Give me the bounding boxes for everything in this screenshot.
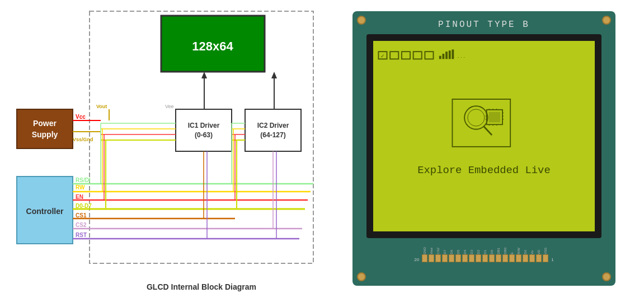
diagram-title: GLCD Internal Block Diagram xyxy=(90,282,313,291)
svg-text:Power: Power xyxy=(33,119,57,128)
svg-text:RS/DI: RS/DI xyxy=(76,177,91,183)
pin-label: E xyxy=(510,252,514,254)
svg-text:Vcc: Vcc xyxy=(76,114,86,120)
pin-label: GND xyxy=(423,247,426,254)
pin-connector xyxy=(502,254,508,262)
svg-rect-0 xyxy=(90,11,313,263)
pin-label: D5 xyxy=(457,250,460,254)
pin-item: D5 xyxy=(455,240,461,262)
svg-text:. . .: . . . xyxy=(458,53,465,59)
corner-screw-tl xyxy=(357,16,366,25)
svg-text:Supply: Supply xyxy=(32,130,58,139)
svg-rect-63 xyxy=(402,52,410,59)
pin-item: CS2 xyxy=(435,240,441,262)
pin-connector xyxy=(516,254,521,262)
svg-text:IC2 Driver: IC2 Driver xyxy=(257,122,289,129)
corner-screw-br xyxy=(602,272,611,281)
pin-label: D3 xyxy=(470,250,473,254)
svg-rect-67 xyxy=(443,54,445,59)
pin-connector xyxy=(462,254,468,262)
pin-label: DB0 xyxy=(504,248,507,254)
pin-label: D7 xyxy=(443,250,446,254)
pin-item: D1 xyxy=(482,240,488,262)
pin-label: R/W xyxy=(517,248,520,254)
svg-text:D0-D7: D0-D7 xyxy=(76,203,92,209)
pin-connector xyxy=(442,254,448,262)
glcd-title: PINOUT TYPE B xyxy=(361,20,607,30)
pin-connector xyxy=(529,254,535,262)
main-container: 128x64 IC1 Driver (0-63) IC2 Driver (64-… xyxy=(0,0,644,302)
pin-item: R/W xyxy=(516,240,521,262)
pin-label: D2 xyxy=(477,250,480,254)
pin-connector xyxy=(455,254,461,262)
pin-connector xyxy=(482,254,488,262)
svg-line-75 xyxy=(484,127,492,135)
pin-item: D7 xyxy=(442,240,448,262)
svg-marker-4 xyxy=(201,72,207,78)
pin-item: DB1 xyxy=(496,240,501,262)
pin-item: D4 xyxy=(462,240,468,262)
pin-label: VSS xyxy=(544,248,547,254)
svg-text:128x64: 128x64 xyxy=(192,39,233,53)
pin-connector xyxy=(422,254,427,262)
svg-marker-6 xyxy=(271,72,277,78)
pin-item: D2 xyxy=(476,240,481,262)
pin-row: GND Vout CS2 xyxy=(422,240,548,262)
pin-connector xyxy=(476,254,481,262)
svg-point-73 xyxy=(464,106,487,129)
svg-rect-66 xyxy=(439,56,441,59)
svg-rect-64 xyxy=(413,52,422,59)
glcd-outer: PINOUT TYPE B ✓ xyxy=(352,11,615,286)
pin-connector xyxy=(543,254,548,262)
svg-text:(64-127): (64-127) xyxy=(260,131,285,139)
svg-text:Explore Embedded Live: Explore Embedded Live xyxy=(417,164,550,176)
glcd-module: PINOUT TYPE B ✓ xyxy=(352,11,621,291)
glcd-screen-svg: ✓ . . . xyxy=(373,41,595,231)
pin-connector xyxy=(496,254,501,262)
pin-item: D/I xyxy=(523,240,528,262)
pin-connector xyxy=(536,254,542,262)
pin-label: CS2 xyxy=(436,248,440,254)
pin-connector xyxy=(469,254,474,262)
pin-connector xyxy=(523,254,528,262)
svg-rect-10 xyxy=(245,109,301,151)
svg-rect-7 xyxy=(176,109,232,151)
pin-label: D6 xyxy=(450,250,453,254)
pin-item: D6 xyxy=(449,240,454,262)
svg-text:Controller: Controller xyxy=(26,207,64,216)
pin-connector xyxy=(449,254,454,262)
corner-screw-tr xyxy=(602,16,611,25)
pin-item: DB0 xyxy=(502,240,508,262)
svg-text:CS2: CS2 xyxy=(76,222,87,228)
svg-rect-62 xyxy=(390,52,398,59)
pin-connector xyxy=(509,254,515,262)
pin-label: D1 xyxy=(483,250,487,254)
svg-rect-69 xyxy=(449,50,451,59)
svg-rect-70 xyxy=(452,49,454,59)
svg-rect-13 xyxy=(17,109,73,148)
svg-text:Vout: Vout xyxy=(96,104,107,109)
pin-label: VD xyxy=(537,250,540,254)
pin-item: VSS xyxy=(543,240,548,262)
svg-rect-65 xyxy=(425,52,433,59)
svg-text:Vss/Gnd: Vss/Gnd xyxy=(73,137,93,142)
pin-item: GND xyxy=(422,240,427,262)
glcd-screen-border: ✓ . . . xyxy=(366,34,601,238)
svg-rect-72 xyxy=(452,99,510,147)
corner-screw-bl xyxy=(357,272,366,281)
pin-label: D/I xyxy=(524,250,527,254)
pin-connector xyxy=(489,254,495,262)
block-diagram: 128x64 IC1 Driver (0-63) IC2 Driver (64-… xyxy=(11,6,336,297)
pin-number-20: 20 xyxy=(414,257,419,262)
pin-item: D0 xyxy=(489,240,495,262)
pin-number-1: 1 xyxy=(551,257,553,262)
svg-rect-1 xyxy=(161,16,265,72)
svg-text:RST: RST xyxy=(76,232,87,238)
svg-text:RW: RW xyxy=(76,184,85,191)
svg-text:CS1: CS1 xyxy=(76,212,87,219)
svg-point-74 xyxy=(468,109,485,126)
pin-label: D0 xyxy=(490,250,493,254)
svg-rect-77 xyxy=(488,112,500,123)
pin-item: E xyxy=(509,240,515,262)
svg-text:IC1 Driver: IC1 Driver xyxy=(188,122,220,129)
